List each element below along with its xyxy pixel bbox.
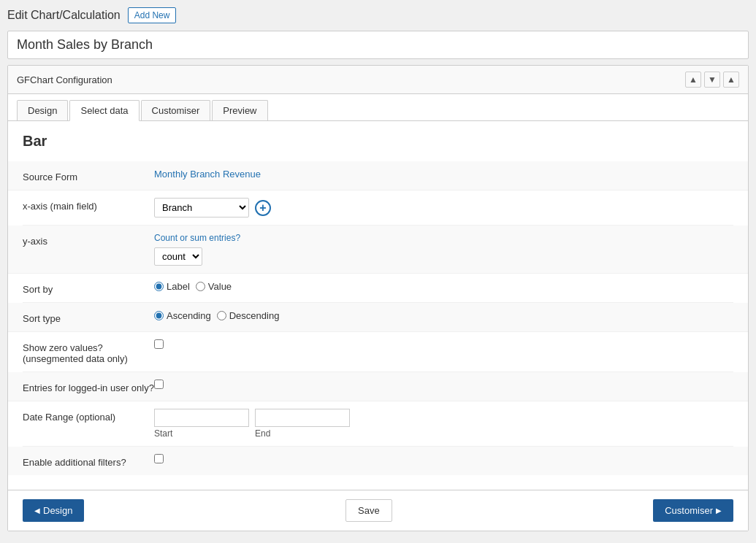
customiser-button[interactable]: Customiser	[653, 499, 733, 522]
sort-by-label: Sort by	[23, 281, 154, 295]
additional-filters-row: Enable additional filters?	[8, 447, 748, 475]
sort-by-field: Label Value	[154, 281, 733, 292]
sort-by-label-text: Label	[167, 281, 190, 292]
date-end-wrap: End	[255, 409, 350, 439]
design-button[interactable]: Design	[23, 499, 84, 522]
yaxis-row: y-axis Count or sum entries? count	[8, 226, 748, 274]
source-form-link[interactable]: Monthly Branch Revenue	[154, 169, 261, 180]
show-zero-row: Show zero values? (unsegmented data only…	[23, 332, 733, 372]
customiser-button-label: Customiser	[665, 505, 713, 516]
xaxis-row: x-axis (main field) Branch +	[23, 190, 733, 226]
footer-bar: Design Save Customiser	[8, 490, 748, 531]
logged-in-label: Entries for logged-in user only?	[23, 380, 154, 393]
collapse-up-button[interactable]: ▲	[685, 72, 701, 88]
tab-design[interactable]: Design	[17, 100, 68, 120]
date-range-label: Date Range (optional)	[23, 409, 154, 423]
card-controls: ▲ ▼ ▲	[685, 72, 739, 88]
date-end-input[interactable]	[255, 409, 350, 427]
xaxis-add-button[interactable]: +	[255, 200, 271, 216]
sort-ascending-option[interactable]: Ascending	[154, 310, 211, 321]
yaxis-field: Count or sum entries? count	[154, 233, 733, 266]
logged-in-row: Entries for logged-in user only?	[8, 372, 748, 401]
sort-by-row: Sort by Label Value	[23, 274, 733, 303]
tab-customiser[interactable]: Customiser	[141, 100, 211, 120]
sort-ascending-text: Ascending	[167, 310, 211, 321]
source-form-row: Source Form Monthly Branch Revenue	[8, 161, 748, 190]
xaxis-field: Branch +	[154, 198, 733, 217]
card-title: GFChart Configuration	[17, 74, 112, 85]
sort-descending-text: Descending	[229, 310, 280, 321]
count-or-sum-text: Count or sum entries?	[154, 233, 240, 243]
chart-type: Bar	[23, 133, 733, 150]
gfchart-card: GFChart Configuration ▲ ▼ ▲ Design Selec…	[7, 65, 749, 531]
show-zero-checkbox[interactable]	[154, 339, 164, 349]
collapse-down-button[interactable]: ▼	[704, 72, 720, 88]
sort-type-row: Sort type Ascending Descending	[8, 303, 748, 332]
date-range-field: Start End	[154, 409, 733, 439]
tab-select-data[interactable]: Select data	[69, 100, 139, 121]
sort-by-value-option[interactable]: Value	[196, 281, 232, 292]
yaxis-select[interactable]: count	[154, 247, 202, 266]
sort-by-value-radio[interactable]	[196, 282, 205, 291]
additional-filters-field	[154, 454, 733, 463]
date-range-row: Date Range (optional) Start End	[23, 401, 733, 447]
sort-by-value-text: Value	[208, 281, 232, 292]
date-inputs: Start End	[154, 409, 350, 439]
sort-by-label-radio[interactable]	[154, 282, 164, 291]
page-header: Edit Chart/Calculation Add New	[7, 7, 749, 23]
sort-descending-radio[interactable]	[217, 311, 226, 320]
date-start-input[interactable]	[154, 409, 249, 427]
xaxis-label: x-axis (main field)	[23, 198, 154, 212]
add-new-button[interactable]: Add New	[128, 7, 177, 23]
logged-in-field	[154, 380, 733, 389]
show-zero-label: Show zero values? (unsegmented data only…	[23, 339, 154, 364]
save-button[interactable]: Save	[345, 499, 392, 522]
card-header: GFChart Configuration ▲ ▼ ▲	[8, 66, 748, 94]
sort-type-label: Sort type	[23, 310, 154, 324]
tab-preview[interactable]: Preview	[212, 100, 267, 120]
page-title: Edit Chart/Calculation	[7, 9, 121, 22]
sort-descending-option[interactable]: Descending	[217, 310, 280, 321]
date-start-label: Start	[154, 428, 249, 439]
xaxis-select[interactable]: Branch	[154, 198, 249, 217]
date-end-label: End	[255, 428, 350, 439]
logged-in-checkbox[interactable]	[154, 380, 164, 389]
sort-ascending-radio[interactable]	[154, 311, 164, 320]
source-form-label: Source Form	[23, 169, 154, 182]
sort-by-label-option[interactable]: Label	[154, 281, 190, 292]
show-zero-field	[154, 339, 733, 349]
date-start-wrap: Start	[154, 409, 249, 439]
design-button-label: Design	[43, 505, 72, 516]
sort-type-field: Ascending Descending	[154, 310, 733, 321]
additional-filters-checkbox[interactable]	[154, 454, 164, 463]
chart-title: Month Sales by Branch	[7, 31, 749, 59]
additional-filters-label: Enable additional filters?	[23, 454, 154, 468]
yaxis-label: y-axis	[23, 233, 154, 247]
source-form-field: Monthly Branch Revenue	[154, 169, 733, 180]
tab-bar: Design Select data Customiser Preview	[8, 94, 748, 121]
card-body: Bar Source Form Monthly Branch Revenue x…	[8, 121, 748, 487]
expand-button[interactable]: ▲	[723, 72, 739, 88]
